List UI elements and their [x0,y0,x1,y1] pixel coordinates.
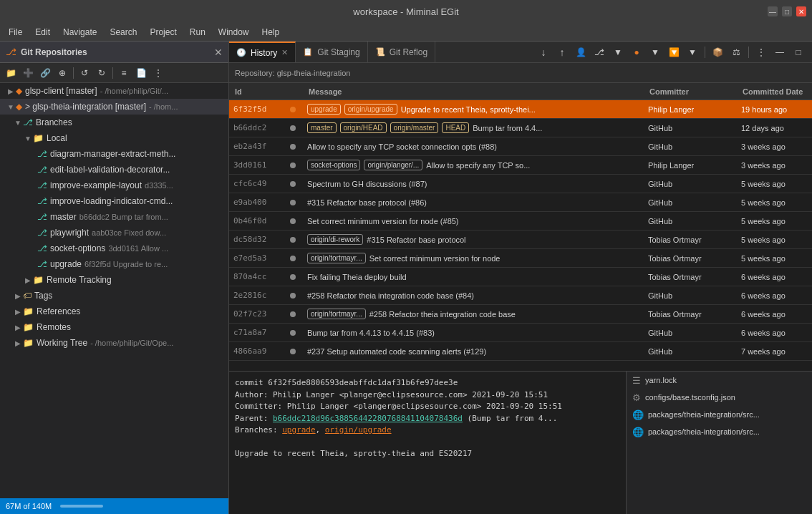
toolbar-btn-1[interactable]: 📁 [3,65,19,81]
menu-search[interactable]: Search [104,26,142,39]
branch-playwright[interactable]: ⎇ playwright aab03ce Fixed dow... [0,225,228,241]
commit-row-0b46f0d[interactable]: 0b46f0d Set correct minimum version for … [229,212,812,231]
close-button[interactable]: ✕ [796,6,806,16]
commit-row-dc58d32[interactable]: dc58d32 origin/di-rework #315 Refactor b… [229,231,812,249]
commit-committer: GitHub [644,347,737,356]
commit-parent-link[interactable]: b66ddc218d96c38856442280768841104078436d [273,414,463,423]
col-header-committer: Committer [644,87,737,96]
commit-row-cfc6c49[interactable]: cfc6c49 Spectrum to GH discussions (#87)… [229,175,812,193]
commit-detail: commit 6f32f5de8806593deabffdc1daf31b6fe… [229,372,626,514]
commit-committer: GitHub [644,217,737,226]
remote-tracking-label: Remote Tracking [47,275,112,285]
branch-improve-layout[interactable]: ⎇ improve-example-layout d3335... [0,178,228,193]
title-bar: workspace - Miminal EGit — □ ✕ [0,0,812,23]
graph-dot [290,311,296,317]
toolbar-btn-3[interactable]: 🔗 [37,65,53,81]
menu-file[interactable]: File [3,26,28,39]
references-section[interactable]: ▶ 📁 References [0,304,228,319]
commit-committer: GitHub [644,124,737,132]
file-theia-src-2[interactable]: 🌐 packages/theia-integration/src... [627,423,812,440]
toolbar-dot[interactable]: ● [629,44,644,60]
branch-name: upgrade [50,259,82,269]
commit-row-b66ddc2[interactable]: b66ddc2 master origin/HEAD origin/master… [229,119,812,137]
toolbar-push[interactable]: ↑ [554,44,570,60]
branch-link-origin-upgrade[interactable]: origin/upgrade [325,425,392,435]
graph-dot [290,218,296,224]
file-theia-src-1[interactable]: 🌐 packages/theia-integration/src... [627,406,812,423]
panel-close-button[interactable]: ✕ [214,47,223,58]
menu-edit[interactable]: Edit [29,26,56,39]
toolbar-maximize[interactable]: □ [791,44,806,60]
file-yarn-lock[interactable]: ☰ yarn.lock [627,372,812,389]
menu-navigate[interactable]: Navigate [57,26,102,39]
commit-row-6f32f5d[interactable]: 6f32f5d upgrade origin/upgrade Upgrade t… [229,100,812,119]
toolbar-btn-5[interactable]: ↺ [77,65,92,81]
branch-icon: ⎇ [37,228,47,238]
toolbar-minimize[interactable]: — [772,44,788,60]
toolbar-btn-2[interactable]: ➕ [20,65,36,81]
commit-row-3dd0161[interactable]: 3dd0161 socket-options origin/planger/..… [229,156,812,175]
tab-reflog[interactable]: 📜 Git Reflog [368,42,435,62]
toolbar-btn-9[interactable]: ⋮ [150,65,166,81]
tab-staging[interactable]: 📋 Git Staging [296,42,367,62]
branch-edit-label[interactable]: ⎇ edit-label-validation-decorator... [0,162,228,178]
commit-row-c71a8a7[interactable]: c71a8a7 Bump tar from 4.4.13 to 4.4.15 (… [229,324,812,342]
toolbar-dropdown3[interactable]: ▼ [685,44,700,60]
window-title: workspace - Miminal EGit [353,6,458,17]
toolbar-btn-7[interactable]: ≡ [116,65,132,81]
toolbar-btn-6[interactable]: ↻ [94,65,110,81]
toolbar-sep-1 [73,67,74,79]
commit-id: 6f32f5d [229,105,283,114]
branch-link-upgrade[interactable]: upgrade [282,425,315,435]
remote-tracking-section[interactable]: ▶ 📁 Remote Tracking [0,272,228,288]
commit-row-4866aa9[interactable]: 4866aa9 #237 Setup automated code scanni… [229,342,812,361]
graph-dot [290,163,296,168]
tab-history-close[interactable]: ✕ [281,48,288,57]
menu-project[interactable]: Project [144,26,182,39]
working-tree-section[interactable]: ▶ 📁 Working Tree - /home/philip/Git/Ope.… [0,335,228,351]
toolbar-person[interactable]: 👤 [573,44,589,60]
commit-row-2e2816c[interactable]: 2e2816c #258 Refactor theia integration … [229,286,812,305]
local-section[interactable]: ▼ 📁 Local [0,130,228,146]
graph-dot [290,181,296,187]
toolbar-compare[interactable]: ⚖ [728,44,744,60]
toolbar-filter[interactable]: 🔽 [666,44,682,60]
tags-section[interactable]: ▶ 🏷 Tags [0,288,228,304]
branch-id: 3dd0161 Allow ... [108,244,168,253]
menu-window[interactable]: Window [213,26,255,39]
branch-diagram[interactable]: ⎇ diagram-manager-extract-meth... [0,146,228,162]
commit-message: Spectrum to GH discussions (#87) [303,180,644,188]
left-panel: ⎇ Git Repositories ✕ 📁 ➕ 🔗 ⊕ ↺ ↻ ≡ 📄 ⋮ ▶… [0,42,229,514]
commit-row-e9ab400[interactable]: e9ab400 #315 Refactor base protocol (#86… [229,193,812,212]
branch-master[interactable]: ⎇ master b66ddc2 Bump tar from... [0,209,228,225]
branches-section[interactable]: ▼ ⎇ Branches [0,115,228,130]
toolbar-dropdown2[interactable]: ▼ [647,44,663,60]
toolbar-btn-4[interactable]: ⊕ [54,65,70,81]
ref-tag-di-rework: origin/di-rework [307,234,363,245]
toolbar-dropdown1[interactable]: ▼ [610,44,626,60]
branch-improve-loading[interactable]: ⎇ improve-loading-indicator-cmd... [0,193,228,209]
branch-icon: ⎇ [37,243,47,253]
branch-socket-options[interactable]: ⎇ socket-options 3dd0161 Allow ... [0,241,228,256]
commit-row-eb2a43f[interactable]: eb2a43f Allow to specify any TCP socket … [229,137,812,156]
repo-glsp-theia-integration[interactable]: ▼ ◆ > glsp-theia-integration [master] - … [0,99,228,115]
commit-committer: Tobias Ortmayr [644,254,737,263]
toolbar-fetch[interactable]: ↓ [536,44,551,60]
file-tsconfig[interactable]: ⚙ configs/base.tsconfig.json [627,389,812,406]
toolbar-branch[interactable]: ⎇ [591,44,607,60]
toolbar-more[interactable]: ⋮ [753,44,769,60]
commit-row-870a4cc[interactable]: 870a4cc Fix failing Theia deploy build T… [229,268,812,286]
menu-run[interactable]: Run [184,26,211,39]
toolbar-btn-8[interactable]: 📄 [133,65,149,81]
repo-glsp-client[interactable]: ▶ ◆ glsp-client [master] - /home/philip/… [0,83,228,99]
tab-history[interactable]: 🕐 History ✕ [229,42,296,62]
menu-bar: File Edit Navigate Search Project Run Wi… [0,23,812,42]
toolbar-stash[interactable]: 📦 [710,44,725,60]
branch-upgrade[interactable]: ⎇ upgrade 6f32f5d Upgrade to re... [0,256,228,272]
commit-row-e7ed5a3[interactable]: e7ed5a3 origin/tortmayr... Set correct m… [229,249,812,268]
commit-row-02f7c23[interactable]: 02f7c23 origin/tortmayr... #258 Refactor… [229,305,812,324]
maximize-button[interactable]: □ [782,6,792,16]
remotes-section[interactable]: ▶ 📁 Remotes [0,319,228,335]
menu-help[interactable]: Help [256,26,286,39]
minimize-button[interactable]: — [768,6,778,16]
